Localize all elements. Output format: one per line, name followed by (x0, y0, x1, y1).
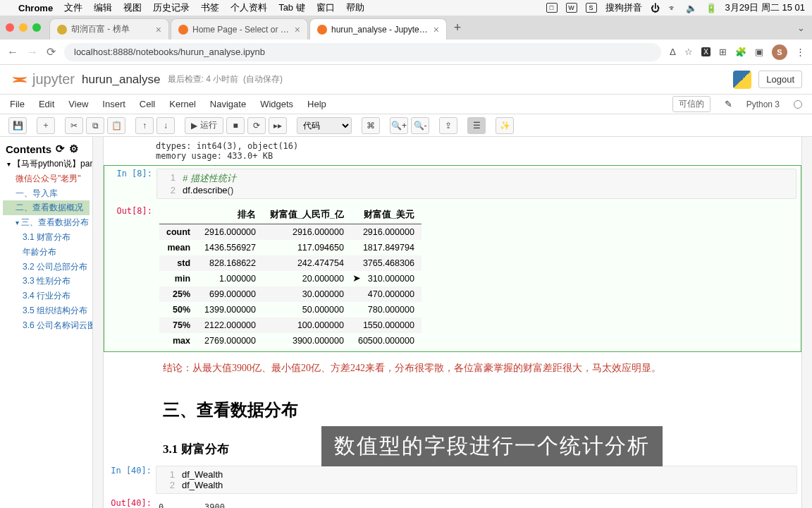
move-up-button[interactable]: ↑ (135, 117, 154, 134)
kernel-name[interactable]: Python 3 (746, 99, 780, 109)
url-input[interactable]: localhost:8888/notebooks/hurun_analyse.i… (64, 43, 661, 61)
menu-widgets[interactable]: Widgets (260, 99, 293, 109)
menu-file[interactable]: File (10, 99, 25, 109)
edit-icon[interactable]: ✎ (725, 99, 732, 109)
menu-help[interactable]: Help (307, 99, 326, 109)
cut-button[interactable]: ✂ (65, 117, 83, 134)
mac-menu-item[interactable]: 编辑 (94, 1, 112, 14)
menu-navigate[interactable]: Navigate (210, 99, 246, 109)
profile-avatar[interactable]: S (772, 44, 787, 60)
toc-item[interactable]: 二、查看数据概况 (3, 200, 90, 215)
chevron-down-icon[interactable]: ⌄ (797, 23, 805, 33)
toc-item[interactable]: 3.3 性别分布 (3, 274, 90, 289)
status-icon[interactable]: S (586, 3, 597, 13)
restart-button[interactable]: ⟳ (247, 117, 266, 134)
toc-item[interactable]: 3.2 公司总部分布 (3, 260, 90, 274)
minimize-window-button[interactable] (19, 23, 27, 32)
back-button[interactable]: ← (7, 46, 18, 59)
menu-insert[interactable]: Insert (102, 99, 125, 109)
refresh-icon[interactable]: ⟳ (56, 143, 65, 155)
notebook-name[interactable]: hurun_analyse (82, 73, 161, 87)
toc-item[interactable]: 微信公众号"老男" (3, 171, 90, 186)
toc-item[interactable]: 3.5 组织结构分布 (3, 303, 90, 318)
mac-menu-item[interactable]: 窗口 (316, 1, 335, 14)
toc-toggle-button[interactable]: ☰ (467, 117, 486, 134)
cell-type-select[interactable]: 代码 (297, 117, 352, 134)
toc-item[interactable]: 【马哥python说】pan (3, 157, 90, 171)
interrupt-button[interactable]: ■ (226, 117, 245, 134)
paste-button[interactable]: 📋 (107, 117, 125, 134)
table-row: max2769.0000003900.00000060500.000000 (159, 333, 422, 349)
close-tab-icon[interactable]: × (295, 24, 300, 35)
logout-button[interactable]: Logout (758, 71, 802, 88)
trusted-indicator[interactable]: 可信的 (672, 96, 710, 112)
markdown-h2[interactable]: 三、查看数据分布 (104, 385, 801, 428)
move-down-button[interactable]: ↓ (156, 117, 175, 134)
gear-icon[interactable]: ⚙ (69, 143, 78, 155)
extensions-puzzle-icon[interactable]: 🧩 (735, 47, 746, 57)
toc-item[interactable]: 3.1 财富分布 (3, 230, 90, 245)
wifi-icon[interactable]: ᯤ (668, 3, 677, 13)
notebook-area[interactable]: dtypes: int64(3), object(16) memory usag… (93, 137, 812, 508)
format-button[interactable]: ✨ (496, 117, 514, 134)
menu-cell[interactable]: Cell (140, 99, 155, 109)
code-cell[interactable]: In [40]: 1df_Wealth 2df_Wealth Out[40]: … (104, 463, 801, 508)
input-method[interactable]: 搜狗拼音 (605, 1, 642, 14)
add-cell-button[interactable]: ＋ (37, 117, 55, 134)
copy-button[interactable]: ⧉ (86, 117, 104, 134)
restart-run-all-button[interactable]: ▸▸ (269, 117, 287, 134)
code-editor[interactable]: 1df_Wealth 2df_Wealth (156, 466, 797, 494)
variable-inspector-button[interactable]: ⇪ (439, 117, 457, 134)
code-cell[interactable]: In [8]: 1# 描述性统计 2df.describe() Out[8]: … (104, 165, 801, 352)
save-button[interactable]: 💾 (8, 117, 27, 134)
fullscreen-window-button[interactable] (32, 23, 41, 32)
toc-item[interactable]: 3.6 公司名称词云图 (3, 318, 90, 333)
toc-item[interactable]: 三、查看数据分布 (3, 215, 90, 230)
toc-item[interactable]: 3.4 行业分布 (3, 289, 90, 303)
mac-menu-item[interactable]: 视图 (123, 1, 142, 14)
zoom-in-button[interactable]: 🔍+ (390, 117, 408, 134)
browser-tab[interactable]: 胡润百富 - 榜单 × (49, 18, 169, 40)
active-app-name[interactable]: Chrome (18, 3, 53, 13)
share-icon[interactable]: ᐃ (670, 47, 676, 57)
toc-item[interactable]: 一、导入库 (3, 186, 90, 201)
extension-icon[interactable]: X (701, 47, 710, 56)
close-tab-icon[interactable]: × (156, 24, 161, 35)
clock[interactable]: 3月29日 周二 15 01 (725, 1, 805, 14)
markdown-conclusion[interactable]: 结论：从最大值3900亿、最小值20亿、方差242来看，分布很零散，各位富豪掌握… (104, 352, 801, 385)
volume-icon[interactable]: 🔈 (686, 3, 697, 13)
extension-icon[interactable]: ⊞ (719, 47, 727, 57)
browser-tab[interactable]: hurun_analyse - Jupyter Note… × (309, 18, 447, 40)
mac-menu-item[interactable]: 历史记录 (153, 1, 190, 14)
mac-menu-item[interactable]: 文件 (64, 1, 82, 14)
mac-menu-item[interactable]: Tab 键 (278, 1, 305, 14)
bookmark-icon[interactable]: ☆ (684, 47, 693, 57)
menu-edit[interactable]: Edit (39, 99, 54, 109)
mac-menu-item[interactable]: 个人资料 (230, 1, 267, 14)
jupyter-logo-icon (10, 70, 30, 90)
command-palette-button[interactable]: ⌘ (362, 117, 380, 134)
new-tab-button[interactable]: + (448, 18, 467, 37)
table-row: mean1436.556927117.0946501817.849794 (159, 240, 422, 255)
run-button[interactable]: ▶ 运行 (185, 117, 223, 134)
mac-menu-item[interactable]: 帮助 (346, 1, 364, 14)
kebab-menu-icon[interactable]: ⋮ (796, 47, 805, 57)
tab-title: 胡润百富 - 榜单 (71, 23, 152, 35)
reload-button[interactable]: ⟳ (47, 45, 56, 59)
status-icon[interactable]: □ (546, 3, 558, 13)
browser-tab[interactable]: Home Page - Select or create … × (171, 18, 308, 40)
status-icon[interactable]: W (566, 3, 577, 13)
zoom-out-button[interactable]: 🔍- (411, 117, 429, 134)
menu-kernel[interactable]: Kernel (169, 99, 196, 109)
panel-icon[interactable]: ▣ (755, 47, 763, 57)
close-window-button[interactable] (6, 23, 14, 32)
jupyter-logo[interactable]: jupyter (10, 70, 75, 90)
close-tab-icon[interactable]: × (433, 24, 439, 35)
menu-view[interactable]: View (68, 99, 88, 109)
mac-menu-item[interactable]: 书签 (201, 1, 219, 14)
code-editor[interactable]: 1# 描述性统计 2df.describe() (156, 169, 796, 199)
jupyter-menubar: File Edit View Insert Cell Kernel Naviga… (0, 95, 812, 114)
battery-icon[interactable]: 🔋 (706, 3, 717, 13)
toc-item[interactable]: 年龄分布 (3, 245, 90, 260)
status-icon[interactable]: ⏻ (651, 3, 660, 13)
